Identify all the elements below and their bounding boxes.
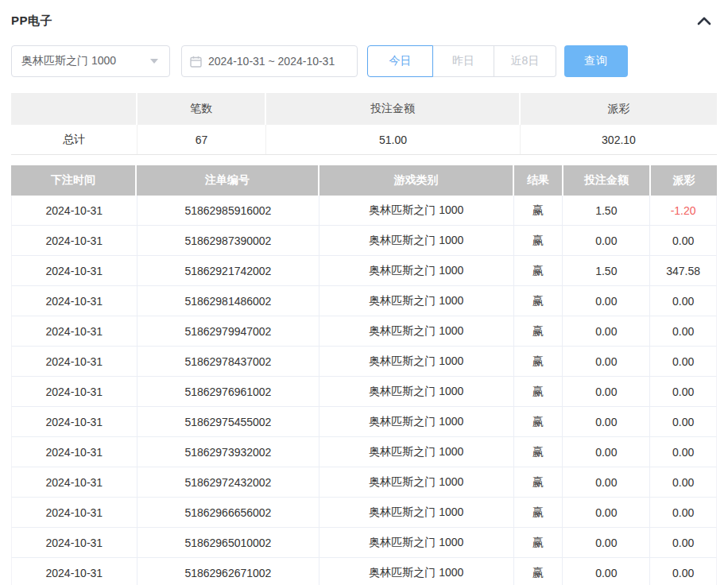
result: 赢 xyxy=(514,437,563,467)
order-id: 51862921742002 xyxy=(137,256,319,285)
date-range-picker[interactable]: 2024-10-31 ~ 2024-10-31 xyxy=(181,45,358,77)
calendar-icon xyxy=(190,56,202,68)
order-id: 51862979947002 xyxy=(137,316,319,346)
order-id: 51862962671002 xyxy=(137,558,319,585)
panel-header: PP电子 xyxy=(11,0,717,30)
table-row: 2024-10-3151862981486002奥林匹斯之门 1000赢0.00… xyxy=(11,286,717,316)
bet-date: 2024-10-31 xyxy=(12,226,137,255)
game-name: 奥林匹斯之门 1000 xyxy=(319,528,513,557)
order-id: 51862978437002 xyxy=(137,347,319,376)
summary-header-payout: 派彩 xyxy=(521,93,717,125)
result: 赢 xyxy=(514,467,563,497)
result: 赢 xyxy=(514,498,563,527)
bet-amount: 0.00 xyxy=(563,316,650,346)
game-name: 奥林匹斯之门 1000 xyxy=(319,437,513,467)
order-id: 51862972432002 xyxy=(137,467,319,497)
table-row: 2024-10-3151862972432002奥林匹斯之门 1000赢0.00… xyxy=(11,467,717,498)
header-bet-amount: 投注金额 xyxy=(563,165,651,196)
payout: 0.00 xyxy=(650,286,716,316)
order-id: 51862985916002 xyxy=(137,196,319,225)
date-range-value: 2024-10-31 ~ 2024-10-31 xyxy=(208,55,335,68)
game-name: 奥林匹斯之门 1000 xyxy=(319,226,513,255)
game-name: 奥林匹斯之门 1000 xyxy=(319,407,513,436)
order-id: 51862973932002 xyxy=(137,437,319,467)
bet-amount: 0.00 xyxy=(563,347,650,376)
game-name: 奥林匹斯之门 1000 xyxy=(319,347,513,376)
table-row: 2024-10-3151862985916002奥林匹斯之门 1000赢1.50… xyxy=(11,196,717,226)
result: 赢 xyxy=(514,377,563,406)
bet-date: 2024-10-31 xyxy=(12,256,137,285)
table-row: 2024-10-3151862973932002奥林匹斯之门 1000赢0.00… xyxy=(11,437,717,467)
result: 赢 xyxy=(514,407,563,436)
result: 赢 xyxy=(514,316,563,346)
payout: 0.00 xyxy=(650,407,716,436)
bet-date: 2024-10-31 xyxy=(12,286,137,316)
bet-date: 2024-10-31 xyxy=(12,196,137,225)
summary-total-row: 总计 67 51.00 302.10 xyxy=(11,125,717,155)
bet-table: 下注时间 注单编号 游戏类别 结果 投注金额 派彩 2024-10-315186… xyxy=(11,165,717,585)
game-name: 奥林匹斯之门 1000 xyxy=(319,467,513,497)
today-button[interactable]: 今日 xyxy=(367,45,433,77)
header-game-type: 游戏类别 xyxy=(319,165,514,196)
table-row: 2024-10-3151862978437002奥林匹斯之门 1000赢0.00… xyxy=(11,347,717,377)
last-8-days-button[interactable]: 近8日 xyxy=(494,45,556,77)
query-button[interactable]: 查询 xyxy=(564,45,628,77)
summary-table: 笔数 投注金额 派彩 总计 67 51.00 302.10 xyxy=(11,93,717,155)
payout: 0.00 xyxy=(650,528,716,557)
bet-date: 2024-10-31 xyxy=(12,558,137,585)
bet-date: 2024-10-31 xyxy=(12,437,137,467)
bet-amount: 0.00 xyxy=(563,437,650,467)
bet-date: 2024-10-31 xyxy=(12,498,137,527)
bet-date: 2024-10-31 xyxy=(12,347,137,376)
header-result: 结果 xyxy=(514,165,563,196)
table-row: 2024-10-3151862975455002奥林匹斯之门 1000赢0.00… xyxy=(11,407,717,437)
bet-amount: 1.50 xyxy=(563,256,650,285)
summary-header-count: 笔数 xyxy=(137,93,266,125)
payout: 0.00 xyxy=(650,226,716,255)
order-id: 51862965010002 xyxy=(137,528,319,557)
result: 赢 xyxy=(514,256,563,285)
order-id: 51862981486002 xyxy=(137,286,319,316)
order-id: 51862987390002 xyxy=(137,226,319,255)
payout: 0.00 xyxy=(650,498,716,527)
bet-amount: 0.00 xyxy=(563,467,650,497)
order-id: 51862976961002 xyxy=(137,377,319,406)
panel-title: PP电子 xyxy=(11,14,52,29)
chevron-down-icon xyxy=(150,59,158,64)
bet-table-header-row: 下注时间 注单编号 游戏类别 结果 投注金额 派彩 xyxy=(11,165,717,196)
result: 赢 xyxy=(514,347,563,376)
payout: 0.00 xyxy=(650,347,716,376)
summary-header-empty xyxy=(11,93,137,125)
summary-header-bet-amount: 投注金额 xyxy=(266,93,521,125)
bet-date: 2024-10-31 xyxy=(12,316,137,346)
quick-range-group: 今日 昨日 近8日 xyxy=(367,45,556,77)
summary-total-count: 67 xyxy=(137,125,266,154)
bet-amount: 0.00 xyxy=(563,407,650,436)
payout: 0.00 xyxy=(650,316,716,346)
bet-date: 2024-10-31 xyxy=(12,377,137,406)
bet-amount: 0.00 xyxy=(563,377,650,406)
payout: 0.00 xyxy=(650,377,716,406)
summary-total-label: 总计 xyxy=(11,125,137,154)
table-row: 2024-10-3151862962671002奥林匹斯之门 1000赢0.00… xyxy=(11,558,717,585)
game-select-value: 奥林匹斯之门 1000 xyxy=(21,54,116,68)
bet-amount: 0.00 xyxy=(563,286,650,316)
payout: 0.00 xyxy=(650,467,716,497)
payout: 0.00 xyxy=(650,437,716,467)
game-name: 奥林匹斯之门 1000 xyxy=(319,286,513,316)
table-row: 2024-10-3151862921742002奥林匹斯之门 1000赢1.50… xyxy=(11,256,717,286)
pp-panel: PP电子 奥林匹斯之门 1000 2024-10-31 ~ 2024-10-31… xyxy=(0,0,728,585)
header-bet-time: 下注时间 xyxy=(11,165,137,196)
game-name: 奥林匹斯之门 1000 xyxy=(319,196,513,225)
summary-total-payout: 302.10 xyxy=(521,125,717,154)
bet-amount: 1.50 xyxy=(563,196,650,225)
payout: -1.20 xyxy=(650,196,716,225)
yesterday-button[interactable]: 昨日 xyxy=(433,45,494,77)
result: 赢 xyxy=(514,528,563,557)
game-select[interactable]: 奥林匹斯之门 1000 xyxy=(11,45,170,77)
bet-date: 2024-10-31 xyxy=(12,467,137,497)
collapse-chevron-up-icon[interactable] xyxy=(695,11,714,30)
bet-amount: 0.00 xyxy=(563,528,650,557)
header-payout: 派彩 xyxy=(651,165,717,196)
result: 赢 xyxy=(514,286,563,316)
